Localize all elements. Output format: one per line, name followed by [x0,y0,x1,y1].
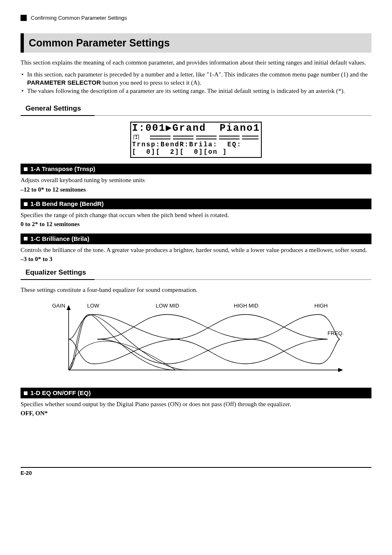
eq-label-gain: GAIN [52,303,65,309]
param-range: –12 to 0* to 12 semitones [21,185,371,194]
heading-rule [21,115,371,116]
list-item: • The values following the description o… [21,87,371,95]
param-header-1b: 1-B Bend Range (BendR) [21,199,371,209]
eq-label-high: HIGH [314,303,328,309]
square-icon [24,202,28,206]
bullet-pre: The values following the description of … [27,88,345,94]
bullet-post: button you need to press to select it (A… [101,79,201,86]
param-title: 1-A Transpose (Trnsp) [30,165,95,173]
param-title: 1-D EQ ON/OFF (EQ) [30,389,91,397]
lcd-display: I:001▶Grand Piano1 1 Trnsp:BendR:Brila: … [21,122,371,158]
param-desc: Specifies the range of pitch change that… [21,211,371,219]
lcd-page-number: 1 [134,135,139,140]
param-header-1a: 1-A Transpose (Trnsp) [21,164,371,174]
lcd-line-4: [ 0][ 2][ 0][on ] [132,149,260,156]
page-number: E-20 [21,470,32,476]
page-footer: E-20 [21,467,371,477]
param-title: 1-C Brilliance (Brila) [30,235,89,243]
intro-text: This section explains the meaning of eac… [21,58,371,67]
param-title: 1-B Bend Range (BendR) [30,200,104,208]
eq-label-freq: FREQ. [327,330,344,336]
lcd-page-bar: 1 [132,135,260,141]
list-item: • In this section, each parameter is pre… [21,70,371,87]
param-desc: Adjusts overall keyboard tuning by semit… [21,176,371,184]
eq-label-highmid: HIGH MID [234,303,258,309]
param-desc: Specifies whether sound output by the Di… [21,400,371,408]
bullet-text: In this section, each parameter is prece… [27,70,371,87]
heading-rule [21,279,371,280]
general-settings-heading: General Settings [25,104,371,113]
breadcrumb-text: Confirming Common Parameter Settings [31,14,127,22]
breadcrumb: Confirming Common Parameter Settings [21,14,371,22]
equalizer-settings-heading: Equalizer Settings [25,268,371,278]
bullet-text: The values following the description of … [27,87,371,95]
param-range: 0 to 2* to 12 semitones [21,220,371,228]
eq-diagram: GAIN LOW LOW MID HIGH MID HIGH FREQ. [21,300,371,380]
lcd-line-3: Trnsp:BendR:Brila: EQ: [132,141,260,149]
square-icon [24,391,28,395]
param-range: OFF, ON* [21,409,371,417]
param-desc: Controls the brilliance of the tone. A g… [21,246,371,254]
bullet-dot: • [21,70,27,87]
square-icon [24,237,28,240]
bullet-bold: PARAMETER SELECTOR [27,79,101,86]
param-range: –3 to 0* to 3 [21,255,371,263]
eq-label-lowmid: LOW MID [156,303,179,309]
param-header-1d: 1-D EQ ON/OFF (EQ) [21,388,371,398]
bullet-pre: In this section, each parameter is prece… [27,71,368,78]
eq-description: These settings constitute a four-band eq… [21,286,371,294]
bullet-dot: • [21,87,27,95]
param-header-1c: 1-C Brilliance (Brila) [21,234,371,244]
breadcrumb-marker [21,15,27,21]
eq-label-low: LOW [87,303,99,309]
eq-svg: GAIN LOW LOW MID HIGH MID HIGH FREQ. [40,300,352,378]
svg-marker-3 [338,368,343,372]
square-icon [24,167,28,171]
lcd-line-1: I:001▶Grand Piano1 [132,123,260,134]
bullet-list: • In this section, each parameter is pre… [21,70,371,95]
page-title: Common Parameter Settings [21,33,371,53]
